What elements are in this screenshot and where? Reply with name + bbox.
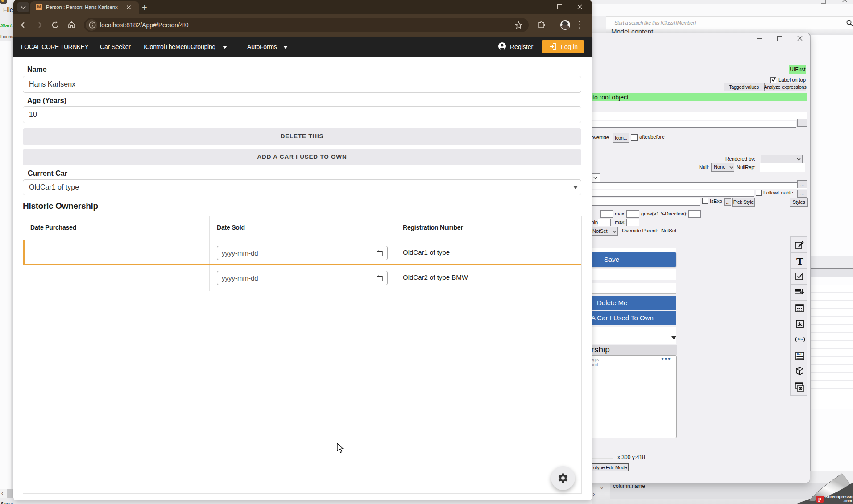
svg-text:list: list [797,352,802,356]
